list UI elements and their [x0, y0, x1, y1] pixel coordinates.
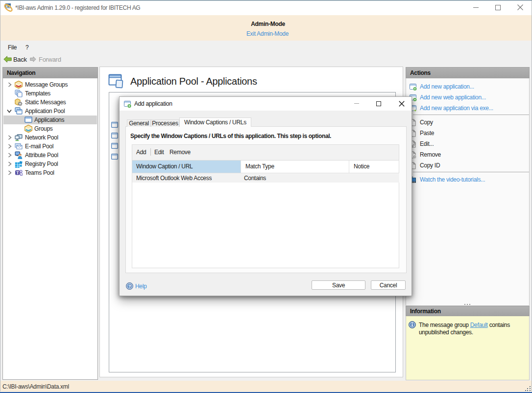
- svg-text:?: ?: [128, 284, 131, 289]
